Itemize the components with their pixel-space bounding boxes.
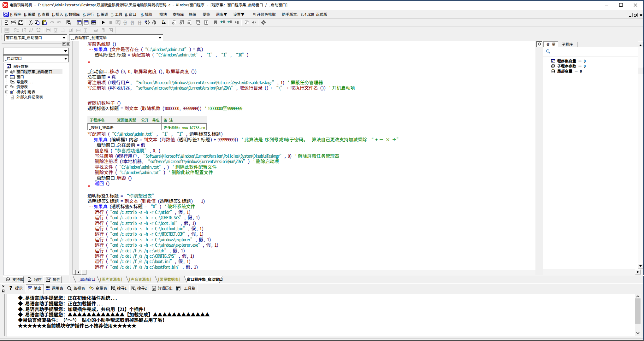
svg-text:e: e bbox=[8, 65, 9, 68]
svg-text:e: e bbox=[552, 59, 553, 63]
svg-text:10: 10 bbox=[553, 59, 555, 61]
svg-text:?: ? bbox=[9, 286, 12, 291]
svg-text:10: 10 bbox=[9, 64, 11, 67]
